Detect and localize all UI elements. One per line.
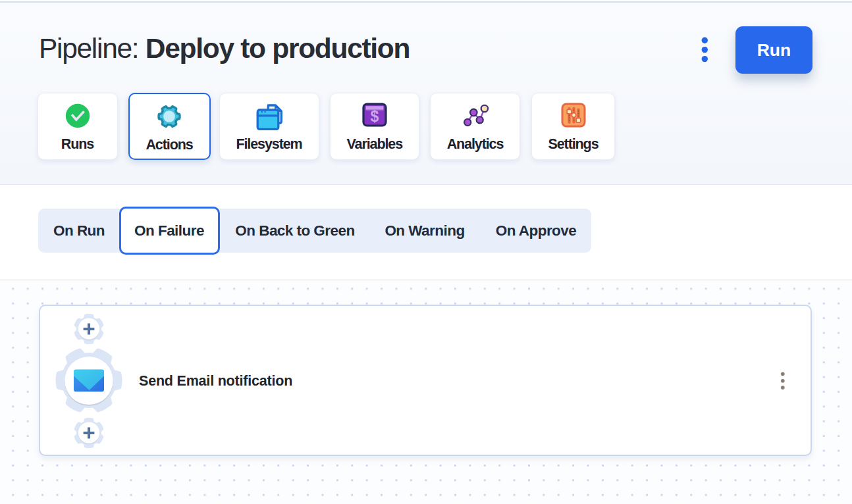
svg-text:$: $	[370, 108, 379, 125]
